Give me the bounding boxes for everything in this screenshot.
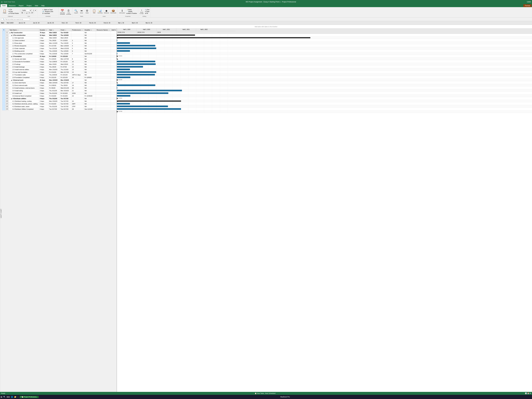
bold-button[interactable]: B bbox=[21, 12, 23, 14]
deadline-cell[interactable]: NA bbox=[84, 84, 96, 87]
resource-cell[interactable] bbox=[96, 81, 111, 84]
task-name-cell[interactable]: 4.2 Distribute electricity, phone, cabli… bbox=[9, 102, 39, 105]
start-cell[interactable]: Fri 2/21/20 bbox=[48, 76, 60, 79]
addn-cell[interactable] bbox=[111, 84, 116, 87]
th-finish[interactable]: Finish ▼ bbox=[60, 29, 71, 31]
addn-cell[interactable] bbox=[111, 105, 116, 108]
resource-cell[interactable] bbox=[96, 39, 111, 42]
finish-cell[interactable]: Fri 3/13/20 bbox=[60, 92, 71, 95]
resource-cell[interactable] bbox=[96, 105, 111, 108]
edge-icon[interactable]: 🌐 bbox=[11, 396, 13, 398]
tab-format[interactable]: Format bbox=[523, 4, 532, 7]
start-cell[interactable]: Thu 2/6/20 bbox=[48, 66, 60, 68]
copy-button[interactable]: ⧉ Copy bbox=[8, 11, 19, 13]
table-row[interactable]: 0▲ My Construction70 daysWed 1/8/20Tue 4… bbox=[2, 31, 117, 34]
finish-cell[interactable]: Fri 1/31/20 bbox=[60, 60, 71, 63]
duration-cell[interactable]: 2 days bbox=[39, 44, 48, 47]
finish-cell[interactable]: Fri 3/13/20 bbox=[60, 95, 71, 97]
duration-cell[interactable]: 2 days bbox=[39, 66, 48, 68]
addn-cell[interactable] bbox=[111, 50, 116, 52]
duration-cell[interactable]: 4 days bbox=[39, 60, 48, 63]
deadline-cell[interactable]: NA bbox=[84, 102, 96, 105]
duration-cell[interactable]: 4 days bbox=[39, 68, 48, 71]
predecessors-cell[interactable]: 16 bbox=[71, 76, 84, 79]
addn-cell[interactable] bbox=[111, 102, 116, 105]
th-start[interactable]: Start ▼ bbox=[48, 29, 60, 31]
table-row[interactable]: 41.3 Draw plans4 daysMon 1/13/20Thu 1/16… bbox=[2, 42, 117, 44]
task-table-container[interactable]: ℹ Task Name ▼ Duration ▼ Start ▼ bbox=[2, 29, 117, 399]
start-cell[interactable]: Fri 1/17/20 bbox=[48, 44, 60, 47]
search-taskbar-icon[interactable]: 🔍 bbox=[3, 396, 6, 398]
table-row[interactable]: 203.2 Erect external walls5 daysFri 2/28… bbox=[2, 84, 117, 87]
task-name-cell[interactable]: 1.3 Draw plans bbox=[9, 42, 39, 44]
duration-cell[interactable]: 70 days bbox=[39, 31, 48, 34]
finish-cell[interactable]: Tue 3/17/20 bbox=[60, 102, 71, 105]
predecessors-cell[interactable]: 20 bbox=[71, 87, 84, 89]
start-cell[interactable]: Tue 1/28/20 bbox=[48, 60, 60, 63]
duration-cell[interactable]: 2 days bbox=[39, 71, 48, 74]
start-cell[interactable]: Fri 3/13/20 bbox=[48, 95, 60, 97]
resource-cell[interactable] bbox=[96, 50, 111, 52]
table-row[interactable]: 162.7 Foundation walls2 daysThu 2/20/20F… bbox=[2, 74, 117, 76]
th-predecessors[interactable]: Predecessors ▼ bbox=[71, 29, 84, 31]
table-row[interactable]: 1▲ 1 Pre-construction12 daysWed 1/8/20Th… bbox=[2, 34, 117, 37]
addn-cell[interactable] bbox=[111, 52, 116, 55]
finish-cell[interactable]: Fri 2/21/20 bbox=[60, 76, 71, 79]
start-cell[interactable]: Thu 3/12/20 bbox=[48, 105, 60, 108]
task-name-cell[interactable]: 1.4 Review blueprints bbox=[9, 44, 39, 47]
resource-cell[interactable] bbox=[96, 31, 111, 34]
task-name-cell[interactable]: ▲ My Construction bbox=[9, 31, 39, 34]
app-taskbar-icon[interactable]: ○ bbox=[17, 396, 19, 398]
predecessors-cell[interactable]: 10 bbox=[71, 60, 84, 63]
deadline-cell[interactable]: NA bbox=[84, 100, 96, 102]
start-cell[interactable]: Thu 1/23/20 bbox=[48, 50, 60, 52]
pred-filter-icon[interactable]: ▼ bbox=[82, 30, 82, 31]
taskname-filter-icon[interactable]: ▼ bbox=[17, 30, 19, 31]
respect-links-button[interactable]: Respect Links bbox=[44, 11, 54, 13]
predecessors-cell[interactable]: 12 bbox=[71, 66, 84, 68]
finish-cell[interactable]: Tue 3/17/20 bbox=[60, 100, 71, 102]
duration-cell[interactable]: 0 days bbox=[39, 52, 48, 55]
th-deadline[interactable]: Deadline ▼ bbox=[84, 29, 96, 31]
addn-cell[interactable] bbox=[111, 74, 116, 76]
start-cell[interactable]: Thu 3/12/20 bbox=[48, 92, 60, 95]
task-insert-button[interactable]: 📋 Task bbox=[91, 9, 97, 14]
font-name-select[interactable]: Calibri bbox=[21, 9, 32, 12]
duration-cell[interactable]: 3 days bbox=[39, 102, 48, 105]
task-name-cell[interactable]: 2.2 Excavate for foundation bbox=[9, 60, 39, 63]
resource-cell[interactable] bbox=[96, 52, 111, 55]
table-row[interactable]: 31.2 Select architect2 daysThu 1/9/20Fri… bbox=[2, 39, 117, 42]
deadline-cell[interactable]: NA bbox=[84, 55, 96, 58]
th-duration[interactable]: Duration ▼ bbox=[39, 29, 48, 31]
addn-cell[interactable] bbox=[111, 58, 116, 60]
underline-button[interactable]: U bbox=[25, 12, 28, 14]
duration-cell[interactable]: 21 days bbox=[39, 55, 48, 58]
gantt-view-icon[interactable]: 📊 bbox=[525, 393, 527, 394]
table-row[interactable]: 25▲ 4 Distribute utilities4 daysThu 3/12… bbox=[2, 97, 117, 100]
task-name-cell[interactable]: ▲ 1 Pre-construction bbox=[9, 34, 39, 37]
finish-cell[interactable]: Thu 3/5/20 bbox=[60, 84, 71, 87]
duration-cell[interactable]: 2 days bbox=[39, 58, 48, 60]
predecessors-cell[interactable]: 22SS bbox=[71, 92, 84, 95]
duration-cell[interactable]: 1 day bbox=[39, 50, 48, 52]
addn-cell[interactable] bbox=[111, 60, 116, 63]
predecessors-cell[interactable]: 14 bbox=[71, 71, 84, 74]
resource-cell[interactable] bbox=[96, 95, 111, 97]
task-name-cell[interactable]: 3.3 Install windows, external doors bbox=[9, 87, 39, 89]
predecessors-cell[interactable]: 4 bbox=[71, 44, 84, 47]
addn-cell[interactable] bbox=[111, 89, 116, 92]
resource-cell[interactable] bbox=[96, 63, 111, 66]
start-cell[interactable]: Thu 1/23/20 bbox=[48, 52, 60, 55]
addn-cell[interactable] bbox=[111, 76, 116, 79]
predecessors-cell[interactable]: 3 bbox=[71, 42, 84, 44]
resource-cell[interactable] bbox=[96, 47, 111, 50]
deadline-cell[interactable]: NA bbox=[84, 50, 96, 52]
addn-cell[interactable] bbox=[111, 68, 116, 71]
addn-cell[interactable] bbox=[111, 47, 116, 50]
table-row[interactable]: 122.3 Footings3 daysMon 2/3/20Wed 2/5/20… bbox=[2, 63, 117, 66]
predecessors-cell[interactable]: 11 bbox=[71, 63, 84, 66]
resource-cell[interactable] bbox=[96, 55, 111, 58]
deadline-cell[interactable]: NA bbox=[84, 92, 96, 95]
resource-cell[interactable] bbox=[96, 44, 111, 47]
predecessors-cell[interactable]: 26FF bbox=[71, 102, 84, 105]
